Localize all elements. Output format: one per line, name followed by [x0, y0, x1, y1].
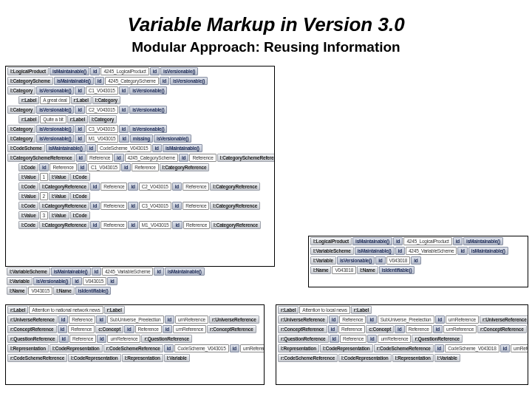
- xml-value-token: 4245_LogicalProduct: [100, 67, 149, 75]
- slide-subtitle: Modular Approach: Reusing Information: [13, 39, 519, 55]
- xml-attribute-token: isVersionable(): [337, 256, 375, 265]
- xml-value-token: urnReference: [446, 316, 479, 324]
- xml-element-token: l:VariableScheme: [310, 247, 354, 255]
- xml-attribute-token: id: [164, 344, 174, 352]
- xml-attribute-token: id: [500, 344, 510, 352]
- xml-attribute-token: id: [154, 267, 163, 276]
- xml-attribute-token: id: [172, 183, 182, 191]
- xml-attribute-token: id: [150, 67, 160, 75]
- xml-attribute-token: id: [90, 221, 100, 229]
- xml-element-token: r:Label: [67, 115, 88, 123]
- xml-value-token: C2_V043015: [86, 106, 118, 114]
- xml-value-token: Reference: [100, 221, 127, 229]
- xml-row: r:ConceptReferenceidReferencec:Conceptid…: [276, 324, 528, 334]
- xml-row: l:VariableSchemeisMaintainable()id4245_V…: [309, 246, 528, 256]
- xml-value-token: urnReference: [107, 335, 140, 343]
- xml-attribute-token: isIdentifiable(): [379, 266, 415, 274]
- xml-row: l:CodeSchemeisMaintainable()idCodeScheme…: [6, 143, 274, 153]
- xml-element-token: l:Code: [70, 192, 90, 200]
- xml-value-token: M1_V043015: [86, 134, 119, 143]
- xml-value-token: SubUniverse_Preelection: [107, 316, 164, 324]
- xml-attribute-token: id: [90, 67, 100, 75]
- xml-element-token: l:Variable: [7, 277, 33, 285]
- xml-attribute-token: id: [75, 106, 84, 114]
- xml-row: r:ConceptReferenceidReferencec:Conceptid…: [6, 324, 264, 334]
- xml-attribute-token: id: [59, 335, 69, 343]
- xml-element-token: l:VariableScheme: [7, 267, 50, 276]
- xml-attribute-token: isVersionable(): [129, 106, 167, 114]
- xml-element-token: r:CodeSchemeReference: [103, 344, 163, 352]
- xml-free-rows-a: l:VariableSchemeisMaintainable()id4245_V…: [5, 267, 279, 296]
- xml-attribute-token: isIdentifiable(): [75, 287, 112, 295]
- xml-element-token: l:Representation: [278, 344, 319, 352]
- xml-row: r:CodeSchemeReferencel:CodeRepresentatio…: [276, 353, 528, 363]
- xml-attribute-token: isMaintainable(): [463, 237, 503, 245]
- xml-element-token: l:Code: [18, 163, 38, 171]
- xml-element-token: r:Label: [18, 96, 39, 104]
- xml-attribute-token: id: [119, 106, 129, 114]
- xml-element-token: l:CategorySchemeReference: [7, 154, 75, 162]
- xml-attribute-token: id: [375, 256, 385, 265]
- xml-attribute-token: id: [75, 86, 84, 95]
- xml-row: l:VariableisVersionable()idV043018id: [309, 256, 528, 265]
- xml-attribute-token: id: [124, 325, 134, 333]
- xml-value-token: Reference: [339, 316, 366, 324]
- xml-attribute-token: id: [58, 316, 68, 324]
- xml-value-token: C2_V043015: [139, 183, 171, 191]
- xml-value-token: urnReference: [511, 344, 528, 352]
- xml-value-token: 4245_LogicalProduct: [403, 237, 451, 245]
- xml-attribute-token: id: [58, 325, 67, 333]
- xml-attribute-token: isVersionable(): [33, 277, 71, 285]
- xml-attribute-token: id: [128, 202, 137, 210]
- xml-element-token: r:UniverseReference: [480, 316, 528, 324]
- xml-attribute-token: id: [160, 77, 169, 85]
- xml-value-token: V043015: [28, 287, 52, 295]
- xml-value-token: Attention to national network news: [29, 306, 103, 314]
- xml-element-token: l:CategorySchemeReference: [217, 154, 274, 162]
- xml-attribute-token: isVersionable(): [36, 106, 74, 114]
- xml-attribute-token: id: [92, 267, 101, 276]
- xml-element-token: l:CategoryReference: [39, 183, 89, 191]
- xml-attribute-token: id: [86, 144, 96, 152]
- xml-value-token: V043018: [332, 266, 356, 274]
- xml-value-token: CodeScheme_V043015: [174, 344, 228, 352]
- xml-attribute-token: id: [95, 77, 104, 85]
- xml-attribute-token: id: [75, 125, 84, 133]
- xml-attribute-token: id: [78, 163, 87, 171]
- xml-value-token: Reference: [69, 335, 96, 343]
- xml-value-token: C3_V043015: [139, 202, 171, 210]
- xml-attribute-token: id: [107, 277, 117, 285]
- xml-attribute-token: id: [329, 316, 338, 324]
- xml-element-token: l:CategoryReference: [39, 221, 89, 229]
- xml-value-token: urnReference: [443, 325, 477, 333]
- xml-attribute-token: id: [172, 221, 182, 229]
- xml-attribute-token: id: [75, 134, 84, 143]
- xml-row: l:VariableSchemeisMaintainable()id4245_V…: [5, 267, 279, 276]
- xml-value-token: urnReference: [175, 316, 208, 324]
- xml-element-token: l:Code: [18, 202, 38, 210]
- xml-element-token: l:Code: [70, 173, 90, 181]
- xml-element-token: l:Name: [7, 287, 27, 295]
- xml-element-token: l:CodeRepresentation: [338, 354, 392, 362]
- xml-panel-variable-b: r:LabelAttention to local newsr:Labelr:U…: [276, 304, 528, 385]
- xml-attribute-token: id: [165, 316, 174, 324]
- xml-element-token: l:Value: [49, 173, 69, 181]
- xml-row: r:CodeSchemeReferencel:CodeRepresentatio…: [6, 353, 264, 363]
- xml-row: l:Value2l:Valuel:Code: [6, 191, 274, 201]
- xml-value-token: Reference: [86, 154, 113, 162]
- xml-row: l:VariableisVersionable()idV043015id: [5, 276, 279, 286]
- xml-panel-main: l:LogicalProductisMaintainable()id4245_L…: [5, 66, 275, 267]
- xml-row: l:NameV043015l:NameisIdentifiable(): [5, 286, 279, 296]
- xml-element-token: l:Representation: [122, 354, 163, 362]
- xml-value-token: Reference: [135, 325, 162, 333]
- xml-attribute-token: isVersionable(): [170, 77, 208, 85]
- xml-value-token: SubUniverse_Preelection: [378, 316, 434, 324]
- xml-value-token: 4245_VariableScheme: [406, 247, 457, 255]
- xml-element-token: l:Category: [89, 115, 117, 123]
- xml-value-token: Reference: [69, 316, 95, 324]
- xml-attribute-token: isVersionable(): [129, 125, 167, 133]
- xml-value-token: C3_V043015: [86, 125, 118, 133]
- xml-row: l:LogicalProductisMaintainable()id4245_L…: [309, 236, 528, 246]
- xml-element-token: r:UniverseReference: [209, 316, 259, 324]
- xml-value-token: urnReference: [240, 344, 264, 352]
